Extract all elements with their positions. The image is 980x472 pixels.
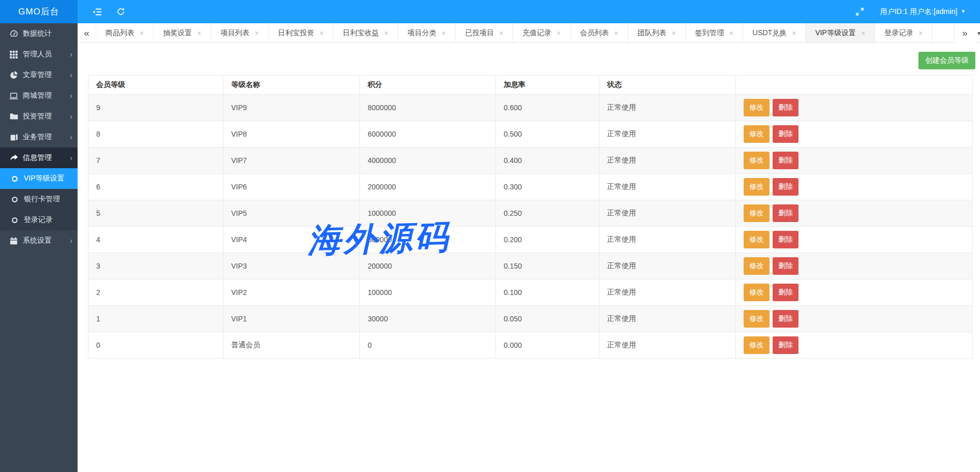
cell-points: 6000000: [360, 121, 496, 148]
edit-button[interactable]: 修改: [744, 152, 770, 169]
top-header: GMO后台 用户ID:1 用户名:[admin] ▼: [0, 0, 980, 23]
tab-vip-levels[interactable]: VIP等级设置×: [806, 23, 875, 42]
cell-status: 正常使用: [599, 148, 736, 174]
edit-button[interactable]: 修改: [744, 310, 770, 328]
tab-close-icon[interactable]: ×: [792, 30, 796, 37]
cell-status: 正常使用: [599, 332, 736, 359]
delete-button[interactable]: 删除: [773, 257, 798, 275]
create-member-level-button[interactable]: 创建会员等级: [918, 52, 975, 69]
column-header: 状态: [599, 76, 736, 95]
tab-close-icon[interactable]: ×: [918, 30, 923, 37]
fullscreen-icon[interactable]: [848, 0, 872, 23]
tab-close-icon[interactable]: ×: [254, 30, 259, 37]
cell-rate: 0.400: [496, 148, 599, 174]
tab-close-icon[interactable]: ×: [499, 30, 503, 37]
tab-close-icon[interactable]: ×: [672, 30, 676, 37]
table-row: 2VIP21000000.100正常使用修改删除: [88, 279, 973, 306]
refresh-icon[interactable]: [109, 0, 132, 23]
edit-button[interactable]: 修改: [744, 125, 770, 143]
sidebar-item-system-settings[interactable]: 系统设置›: [0, 230, 78, 251]
calendar-icon: [9, 237, 18, 245]
laptop-icon: [9, 92, 18, 100]
tab-login-records[interactable]: 登录记录×: [875, 23, 932, 42]
tab-product-list[interactable]: 商品列表×: [96, 23, 154, 42]
cell-rate: 0.500: [496, 121, 599, 148]
cell-points: 500000: [360, 227, 496, 253]
tab-close-icon[interactable]: ×: [140, 30, 144, 37]
cell-name: VIP1: [223, 306, 360, 332]
tab-invested-projects[interactable]: 已投项目×: [456, 23, 513, 42]
edit-button[interactable]: 修改: [744, 99, 770, 116]
tab-lottery-settings[interactable]: 抽奖设置×: [154, 23, 211, 42]
tab-recharge-records[interactable]: 充值记录×: [513, 23, 570, 42]
tab-team-list[interactable]: 团队列表×: [628, 23, 686, 42]
delete-button[interactable]: 删除: [773, 178, 798, 196]
user-menu[interactable]: 用户ID:1 用户名:[admin] ▼: [880, 7, 966, 17]
tab-close-icon[interactable]: ×: [197, 30, 201, 37]
cell-status: 正常使用: [599, 200, 736, 227]
edit-button[interactable]: 修改: [744, 231, 770, 248]
cell-status: 正常使用: [599, 279, 736, 306]
sidebar-item-business[interactable]: 业务管理›: [0, 127, 78, 148]
column-header: [736, 76, 973, 95]
edit-button[interactable]: 修改: [744, 336, 770, 354]
tab-daily-income[interactable]: 日利宝收益×: [334, 23, 398, 42]
chevron-right-icon: ›: [70, 133, 72, 141]
edit-button[interactable]: 修改: [744, 178, 770, 196]
delete-button[interactable]: 删除: [773, 231, 798, 248]
tabs-scroll-left-button[interactable]: «: [78, 23, 96, 43]
edit-button[interactable]: 修改: [744, 284, 770, 301]
edit-button[interactable]: 修改: [744, 204, 770, 222]
tab-bar: « 商品列表×抽奖设置×项目列表×日利宝投资×日利宝收益×项目分类×已投项目×充…: [78, 23, 980, 43]
tab-close-icon[interactable]: ×: [861, 30, 865, 37]
tab-close-icon[interactable]: ×: [442, 30, 446, 37]
sidebar-item-admins[interactable]: 管理人员›: [0, 44, 78, 65]
sidebar-item-label: VIP等级设置: [24, 174, 65, 183]
edit-button[interactable]: 修改: [744, 257, 770, 275]
sidebar-item-bank-cards[interactable]: 银行卡管理: [0, 189, 78, 210]
cell-level: 5: [88, 200, 223, 227]
tab-project-category[interactable]: 项目分类×: [398, 23, 456, 42]
cell-level: 8: [88, 121, 223, 148]
dashboard-icon: [9, 30, 18, 38]
sidebar-item-investment[interactable]: 投资管理›: [0, 106, 78, 127]
tab-close-icon[interactable]: ×: [320, 30, 324, 37]
tab-member-list[interactable]: 会员列表×: [571, 23, 628, 42]
delete-button[interactable]: 删除: [773, 284, 798, 301]
tab-close-icon[interactable]: ×: [556, 30, 561, 37]
tab-options-button[interactable]: ▼: [975, 23, 980, 43]
delete-button[interactable]: 删除: [773, 125, 798, 143]
tabs-scroll-right-button[interactable]: »: [954, 23, 975, 43]
table-row: 9VIP980000000.600正常使用修改删除: [88, 95, 973, 121]
sidebar-item-articles[interactable]: 文章管理›: [0, 65, 78, 85]
tab-close-icon[interactable]: ×: [384, 30, 388, 37]
app-logo[interactable]: GMO后台: [0, 0, 78, 23]
cell-status: 正常使用: [599, 95, 736, 121]
cell-status: 正常使用: [599, 253, 736, 279]
table-row: 3VIP32000000.150正常使用修改删除: [88, 253, 973, 279]
sidebar-item-info[interactable]: 信息管理›: [0, 148, 78, 168]
delete-button[interactable]: 删除: [773, 310, 798, 328]
tab-label: 团队列表: [638, 28, 667, 38]
cell-name: VIP6: [223, 174, 360, 200]
cell-actions: 修改删除: [736, 95, 973, 121]
sidebar-item-login-records[interactable]: 登录记录: [0, 210, 78, 230]
sidebar-item-mall[interactable]: 商城管理›: [0, 85, 78, 106]
tab-label: 已投项目: [465, 28, 494, 38]
collapse-menu-icon[interactable]: [85, 0, 109, 23]
table-row: 4VIP45000000.200正常使用修改删除: [88, 227, 973, 253]
tab-daily-invest[interactable]: 日利宝投资×: [269, 23, 334, 42]
cell-rate: 0.250: [496, 200, 599, 227]
delete-button[interactable]: 删除: [773, 336, 798, 354]
delete-button[interactable]: 删除: [773, 99, 798, 116]
delete-button[interactable]: 删除: [773, 152, 798, 169]
delete-button[interactable]: 删除: [773, 204, 798, 222]
sidebar-item-data-stats[interactable]: 数据统计: [0, 23, 78, 44]
tab-usdt-exchange[interactable]: USDT兑换×: [743, 23, 806, 42]
cell-name: 普通会员: [223, 332, 360, 359]
tab-close-icon[interactable]: ×: [729, 30, 733, 37]
tab-close-icon[interactable]: ×: [614, 30, 619, 37]
tab-project-list[interactable]: 项目列表×: [211, 23, 268, 42]
tab-checkin-manage[interactable]: 签到管理×: [686, 23, 743, 42]
sidebar-item-vip-levels[interactable]: VIP等级设置: [0, 168, 78, 189]
